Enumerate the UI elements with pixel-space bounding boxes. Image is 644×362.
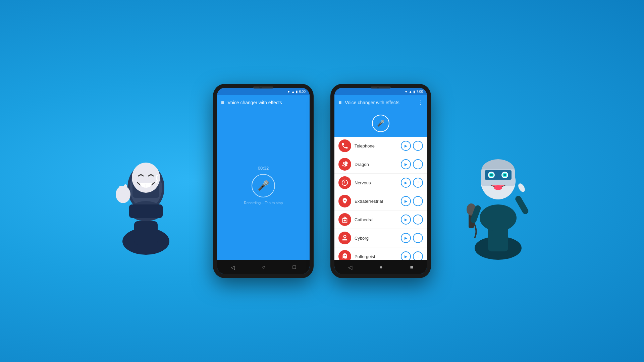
svg-rect-11 — [120, 194, 122, 198]
dragon-icon-circle — [338, 158, 351, 171]
hamburger-icon-2[interactable]: ≡ — [338, 100, 341, 106]
telephone-play-button[interactable]: ▶ — [401, 141, 411, 151]
poltergeist-play-button[interactable]: ▶ — [401, 251, 411, 260]
svg-point-17 — [480, 204, 517, 231]
telephone-actions: ▶ ⋮ — [401, 141, 423, 151]
cyborg-play-button[interactable]: ▶ — [401, 233, 411, 243]
svg-rect-1 — [134, 221, 158, 245]
nervous-more-button[interactable]: ⋮ — [413, 178, 423, 188]
mascot-left — [99, 97, 193, 265]
list-item: Extraterrestrial ▶ ⋮ — [334, 192, 427, 210]
cathedral-actions: ▶ ⋮ — [401, 215, 423, 225]
list-item: Dragon ▶ ⋮ — [334, 155, 427, 174]
wifi-icon: ▼ — [287, 90, 290, 94]
recent-button-2[interactable]: ■ — [410, 264, 414, 270]
dragon-more-button[interactable]: ⋮ — [413, 159, 423, 169]
extraterrestrial-play-button[interactable]: ▶ — [401, 196, 411, 206]
poltergeist-label: Poltergeist — [355, 254, 397, 259]
nervous-play-button[interactable]: ▶ — [401, 178, 411, 188]
list-item: Telephone ▶ ⋮ — [334, 137, 427, 155]
nervous-actions: ▶ ⋮ — [401, 178, 423, 188]
telephone-label: Telephone — [355, 143, 397, 148]
phones-container: ▼ ▲ ▮ 6:00 ≡ Voice changer with effects … — [213, 84, 431, 278]
phone-2-nav-bar: ◁ ● ■ — [334, 260, 427, 274]
back-button-1[interactable]: ◁ — [231, 264, 235, 270]
list-item: Poltergeist ▶ ⋮ — [334, 247, 427, 260]
svg-point-30 — [517, 182, 526, 193]
effects-header: 🎤 — [334, 110, 427, 137]
svg-point-24 — [490, 174, 493, 176]
app-title-2: Voice changer with effects — [345, 100, 414, 105]
cyborg-actions: ▶ ⋮ — [401, 233, 423, 243]
list-item: Cathedral ▶ ⋮ — [334, 210, 427, 229]
recording-status: Recording... Tap to stop — [244, 201, 283, 205]
svg-rect-10 — [124, 184, 127, 194]
nervous-icon — [341, 179, 348, 186]
poltergeist-more-button[interactable]: ⋮ — [413, 251, 423, 260]
header-mic-button[interactable]: 🎤 — [372, 115, 389, 132]
header-mic-icon: 🎤 — [377, 120, 384, 127]
phone-1-status-bar: ▼ ▲ ▮ 6:00 — [217, 88, 310, 95]
battery-icon: ▮ — [296, 90, 298, 94]
phone-2: ▼ ▲ ▮ 7:00 ≡ Voice changer with effects … — [330, 84, 431, 278]
mascot-right — [451, 97, 545, 265]
time-display-2: 7:00 — [417, 90, 423, 94]
svg-rect-14 — [129, 204, 163, 218]
phone-1-nav-bar: ◁ ○ □ — [217, 260, 310, 274]
status-icons: ▼ ▲ ▮ — [287, 90, 298, 94]
list-item: Nervous ▶ ⋮ — [334, 174, 427, 192]
cyborg-icon — [341, 234, 348, 242]
wifi-icon-2: ▼ — [405, 90, 408, 94]
cyborg-label: Cyborg — [355, 236, 397, 241]
timer-display: 00:32 — [258, 166, 269, 171]
poltergeist-actions: ▶ ⋮ — [401, 251, 423, 260]
svg-point-27 — [503, 174, 506, 176]
back-button-2[interactable]: ◁ — [348, 264, 352, 270]
recording-screen: 00:32 🎤 Recording... Tap to stop — [217, 110, 310, 260]
dragon-icon — [341, 161, 348, 168]
svg-rect-9 — [119, 186, 122, 194]
signal-icon: ▲ — [291, 90, 295, 94]
cathedral-play-button[interactable]: ▶ — [401, 215, 411, 225]
cathedral-more-button[interactable]: ⋮ — [413, 215, 423, 225]
alien-icon — [341, 197, 348, 205]
hamburger-icon[interactable]: ≡ — [221, 100, 224, 106]
extraterrestrial-more-button[interactable]: ⋮ — [413, 196, 423, 206]
battery-icon-2: ▮ — [413, 90, 415, 94]
cathedral-label: Cathedral — [355, 217, 397, 222]
status-icons-2: ▼ ▲ ▮ — [405, 90, 415, 94]
ghost-icon-circle — [338, 250, 351, 260]
cyborg-icon-circle — [338, 232, 351, 244]
content-wrapper: ▼ ▲ ▮ 6:00 ≡ Voice changer with effects … — [99, 84, 545, 278]
extraterrestrial-label: Extraterrestrial — [355, 199, 397, 204]
nervous-icon-circle — [338, 176, 351, 189]
effects-screen: 🎤 Telephone ▶ ⋮ — [334, 110, 427, 260]
telephone-more-button[interactable]: ⋮ — [413, 141, 423, 151]
more-options-icon[interactable]: ⋮ — [418, 100, 423, 106]
home-button-2[interactable]: ● — [379, 264, 383, 270]
ghost-icon — [341, 253, 348, 260]
svg-rect-29 — [514, 195, 530, 215]
phone-1: ▼ ▲ ▮ 6:00 ≡ Voice changer with effects … — [213, 84, 314, 278]
dragon-play-button[interactable]: ▶ — [401, 159, 411, 169]
svg-point-28 — [494, 185, 502, 190]
phone-1-app-bar: ≡ Voice changer with effects — [217, 95, 310, 110]
nervous-label: Nervous — [355, 180, 397, 185]
cyborg-more-button[interactable]: ⋮ — [413, 233, 423, 243]
time-display: 6:00 — [299, 90, 306, 94]
microphone-icon: 🎤 — [258, 180, 269, 191]
list-item: Cyborg ▶ ⋮ — [334, 229, 427, 247]
phone-2-status-bar: ▼ ▲ ▮ 7:00 — [334, 88, 427, 95]
dragon-label: Dragon — [355, 162, 397, 167]
telephone-icon — [341, 142, 348, 149]
telephone-icon-circle — [338, 139, 351, 152]
mic-button[interactable]: 🎤 — [252, 174, 275, 197]
phone-1-screen: ▼ ▲ ▮ 6:00 ≡ Voice changer with effects … — [217, 88, 310, 274]
cathedral-icon — [341, 216, 348, 223]
recent-button-1[interactable]: □ — [293, 264, 296, 270]
home-button-1[interactable]: ○ — [262, 264, 265, 270]
cathedral-icon-circle — [338, 213, 351, 226]
signal-icon-2: ▲ — [409, 90, 412, 94]
app-title-1: Voice changer with effects — [227, 100, 306, 105]
alien-icon-circle — [338, 195, 351, 207]
